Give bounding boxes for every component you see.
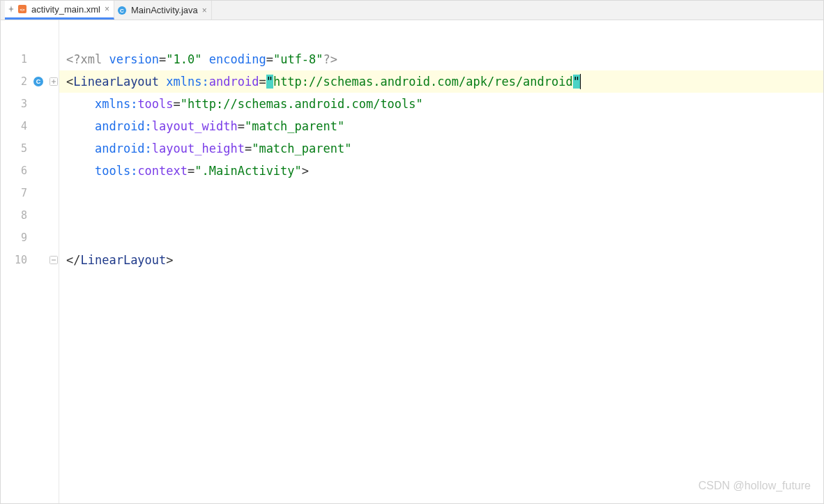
text-caret (580, 74, 581, 89)
xml-file-icon: <> (17, 4, 27, 14)
matched-quote-open: " (266, 75, 273, 89)
fold-icon[interactable] (49, 77, 58, 86)
code-line[interactable] (59, 227, 823, 249)
gutter-line[interactable]: 3 (1, 93, 59, 115)
gutter-line[interactable]: 7 (1, 182, 59, 204)
close-icon[interactable]: × (105, 4, 109, 14)
gutter-line[interactable]: 1 (1, 48, 59, 70)
gutter-line[interactable]: 6 (1, 160, 59, 182)
code-line[interactable]: </LinearLayout> (59, 249, 823, 271)
svg-text:C: C (120, 8, 124, 14)
tab-activity-main-xml[interactable]: <> activity_main.xml × (5, 1, 114, 20)
code-line[interactable] (59, 182, 823, 204)
svg-text:<>: <> (20, 8, 25, 12)
pin-icon (8, 6, 15, 13)
fold-icon[interactable] (49, 256, 58, 264)
gutter: 1 2 C 3 4 5 6 7 8 9 10 (1, 20, 59, 503)
svg-text:C: C (36, 78, 41, 85)
gutter-line[interactable]: 4 (1, 115, 59, 137)
tab-bar: <> activity_main.xml × C MainActivity.ja… (1, 1, 823, 20)
gutter-line[interactable]: 5 (1, 137, 59, 160)
editor-area: 1 2 C 3 4 5 6 7 8 9 10 (1, 20, 823, 503)
gutter-line[interactable]: 10 (1, 249, 59, 271)
java-class-icon: C (117, 6, 127, 15)
class-badge-icon[interactable]: C (33, 76, 44, 87)
gutter-line[interactable]: 2 C (1, 70, 59, 93)
tab-label: activity_main.xml (31, 4, 100, 15)
code-line[interactable] (59, 204, 823, 227)
code-area[interactable]: <?xml version="1.0" encoding="utf-8"?> <… (59, 20, 823, 503)
code-line[interactable]: <?xml version="1.0" encoding="utf-8"?> (59, 48, 823, 70)
code-line[interactable]: <LinearLayout xmlns:android="http://sche… (59, 70, 823, 93)
gutter-line[interactable]: 9 (1, 227, 59, 249)
close-icon[interactable]: × (202, 6, 207, 15)
code-line[interactable]: android:layout_height="match_parent" (59, 137, 823, 160)
tab-main-activity-java[interactable]: C MainActivity.java × (114, 1, 212, 20)
editor-root: <> activity_main.xml × C MainActivity.ja… (0, 0, 824, 504)
code-line[interactable]: xmlns:tools="http://schemas.android.com/… (59, 93, 823, 115)
code-line[interactable]: tools:context=".MainActivity"> (59, 160, 823, 182)
code-line[interactable]: android:layout_width="match_parent" (59, 115, 823, 137)
gutter-line[interactable]: 8 (1, 204, 59, 227)
matched-quote-close: " (573, 75, 580, 89)
tab-label: MainActivity.java (131, 5, 198, 15)
